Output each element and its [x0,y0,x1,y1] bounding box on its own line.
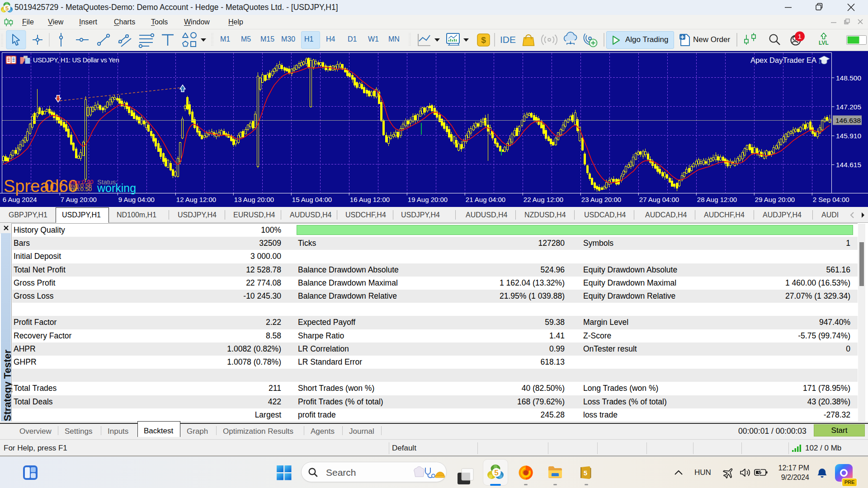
svg-text:22 Aug 12:00: 22 Aug 12:00 [524,196,563,203]
svg-text:$: $ [481,35,486,45]
svg-text:148.500: 148.500 [836,74,861,82]
svg-text:1: 1 [798,33,802,40]
svg-text:27 Aug 04:00: 27 Aug 04:00 [639,196,679,203]
svg-text:19 Aug 20:00: 19 Aug 20:00 [408,196,448,203]
svg-text:15 Aug 04:00: 15 Aug 04:00 [292,196,332,203]
svg-text:12 Aug 12:00: 12 Aug 12:00 [176,196,216,203]
svg-text:16 Aug 12:00: 16 Aug 12:00 [350,196,390,203]
svg-text:min:0.50: min:0.50 [69,186,92,192]
svg-text:23 Aug 20:00: 23 Aug 20:00 [581,196,621,203]
svg-text:29 Aug 20:00: 29 Aug 20:00 [755,196,795,203]
svg-text:5: 5 [494,469,498,477]
svg-text:IDE: IDE [500,34,516,45]
svg-text:21 Aug 04:00: 21 Aug 04:00 [466,196,505,203]
svg-text:146.638: 146.638 [835,117,861,124]
svg-text:28 Aug 12:00: 28 Aug 12:00 [697,196,737,203]
svg-text:working: working [97,182,136,194]
svg-text:2 Sep 04:00: 2 Sep 04:00 [813,196,849,203]
svg-text:147.205: 147.205 [836,103,861,111]
svg-text:6 Aug 2024: 6 Aug 2024 [3,196,37,203]
svg-text:9 Aug 04:00: 9 Aug 04:00 [118,196,155,203]
svg-text:145.910: 145.910 [836,132,861,140]
svg-text:Apex DayTrader EA: Apex DayTrader EA [750,56,816,64]
svg-text:144.615: 144.615 [836,161,861,169]
svg-text:USDJPY, H1: US Dollar vs Yen: USDJPY, H1: US Dollar vs Yen [33,56,119,64]
svg-text:5: 5 [5,5,9,12]
svg-text:13 Aug 20:00: 13 Aug 20:00 [234,196,274,203]
svg-text:LVL: LVL [819,40,829,46]
svg-text:7 Aug 20:00: 7 Aug 20:00 [61,196,97,203]
svg-text:5: 5 [584,469,587,477]
